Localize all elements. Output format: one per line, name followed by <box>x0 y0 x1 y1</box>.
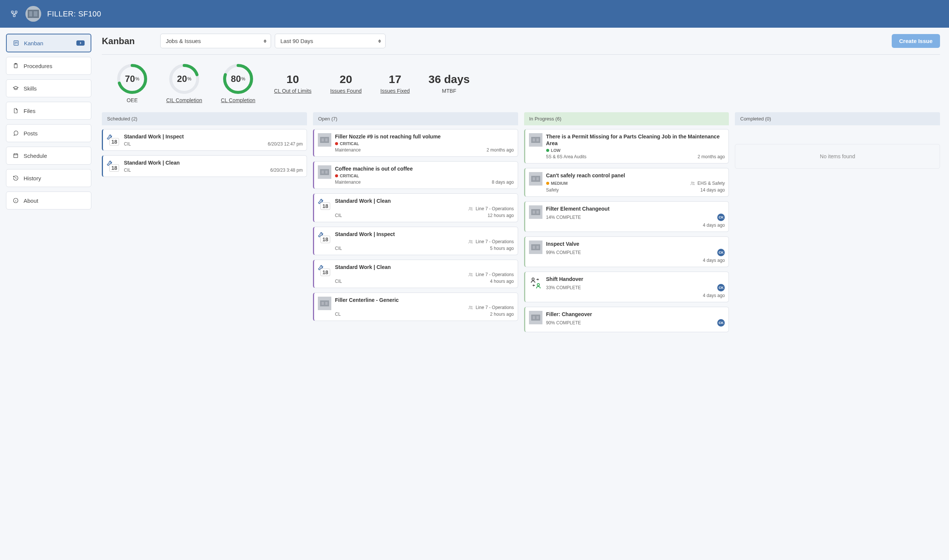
kpi-issues-found[interactable]: 20 Issues Found <box>330 73 362 94</box>
avatar[interactable] <box>25 6 41 22</box>
kpi-label[interactable]: CIL Completion <box>166 97 202 103</box>
svg-rect-25 <box>325 171 327 174</box>
svg-rect-33 <box>320 300 329 306</box>
kanban-card[interactable]: Coffee machine is out of coffee CRITICAL… <box>313 161 518 189</box>
team-icon <box>468 272 473 277</box>
sidebar-item-history[interactable]: History <box>6 169 91 187</box>
kpi-label[interactable]: Issues Found <box>330 88 362 94</box>
svg-rect-44 <box>533 177 535 180</box>
header: FILLER: SF100 <box>0 0 949 28</box>
kanban-card[interactable]: 18 Standard Work | Clean CIL6/20/23 3:48… <box>102 155 307 177</box>
column-header: Open (7) <box>313 112 518 125</box>
kpi-value: 17 <box>380 73 410 86</box>
svg-point-37 <box>471 306 472 308</box>
kanban-card[interactable]: There is a Permit Missing for a Parts Cl… <box>524 129 729 163</box>
card-tag: 5S & 6S Area Audits <box>546 154 586 159</box>
card-team: Line 7 - Operations <box>475 305 514 310</box>
svg-rect-23 <box>320 169 329 175</box>
card-team: Line 7 - Operations <box>475 239 514 244</box>
kpi-label: OEE <box>117 97 148 103</box>
team-icon <box>468 206 473 211</box>
svg-rect-60 <box>533 316 535 319</box>
svg-point-26 <box>469 207 471 208</box>
kanban-card[interactable]: Inspect Valve 99% COMPLETECK 4 days ago <box>524 237 729 267</box>
sidebar-item-skills[interactable]: Skills <box>6 79 91 97</box>
card-tag: CIL <box>335 246 342 251</box>
sidebar-item-label: Skills <box>23 85 37 92</box>
kanban-card[interactable]: 18 Standard Work | Clean Line 7 - Operat… <box>313 194 518 222</box>
sidebar-item-procedures[interactable]: Procedures <box>6 57 91 75</box>
card-progress: 14% COMPLETE <box>546 215 581 220</box>
create-issue-button[interactable]: Create Issue <box>892 34 940 48</box>
team-icon <box>468 305 473 310</box>
assignee-pill: CK <box>717 284 725 291</box>
svg-rect-50 <box>533 211 535 214</box>
kanban-card[interactable]: Filler Nozzle #9 is not reaching full vo… <box>313 129 518 157</box>
clipboard-icon <box>12 63 19 69</box>
card-progress: 33% COMPLETE <box>546 285 581 290</box>
kpi-value: 20 <box>330 73 362 86</box>
kpi-label[interactable]: CL Completion <box>221 97 255 103</box>
sidebar-item-label: Files <box>23 108 35 114</box>
kpi-value: 36 days <box>429 73 470 86</box>
card-title: Standard Work | Inspect <box>124 133 303 140</box>
sidebar-item-posts[interactable]: Posts <box>6 124 91 142</box>
sidebar-item-about[interactable]: About <box>6 192 91 209</box>
svg-rect-53 <box>531 244 540 250</box>
sidebar-item-label: History <box>23 175 41 182</box>
card-thumbnail: 18 <box>318 264 331 277</box>
file-icon <box>12 108 19 114</box>
kpi-cl-out-of-limits[interactable]: 10 CL Out of Limits <box>274 73 312 94</box>
card-time: 8 days ago <box>492 180 514 185</box>
gauge-value: 80 <box>231 74 241 84</box>
kpi-label[interactable]: CL Out of Limits <box>274 88 312 94</box>
svg-rect-41 <box>537 138 539 142</box>
sidebar-item-schedule[interactable]: Schedule <box>6 147 91 165</box>
card-thumbnail <box>318 297 331 310</box>
kpi-oee: 70% OEE <box>117 64 148 103</box>
priority-badge: MEDIUM <box>546 181 568 186</box>
card-title: Filler: Changeover <box>546 311 725 318</box>
kanban-card[interactable]: Shift Handover 33% COMPLETECK 4 days ago <box>524 272 729 302</box>
sidebar-item-label: About <box>23 197 38 204</box>
info-icon <box>12 197 19 204</box>
app-tree-icon[interactable] <box>11 10 18 18</box>
card-thumbnail <box>529 240 542 254</box>
svg-rect-55 <box>537 246 539 249</box>
svg-rect-6 <box>34 11 37 17</box>
sidebar-item-label: Schedule <box>23 152 47 159</box>
svg-rect-10 <box>14 154 18 157</box>
kanban-card[interactable]: 18 Standard Work | Inspect CIL6/20/23 12… <box>102 129 307 151</box>
kpi-label[interactable]: Issues Fixed <box>380 88 410 94</box>
kanban-card[interactable]: Filler Centerline - Generic Line 7 - Ope… <box>313 292 518 321</box>
svg-rect-34 <box>322 302 324 305</box>
kpi-cil-completion[interactable]: 20% CIL Completion <box>166 64 202 103</box>
graduation-icon <box>12 85 19 92</box>
card-title: Coffee machine is out of coffee <box>335 165 514 172</box>
sidebar-item-label: Posts <box>23 130 38 137</box>
card-title: There is a Permit Missing for a Parts Cl… <box>546 133 725 147</box>
kanban-card[interactable]: Filler: Changeover 90% COMPLETECK <box>524 307 729 332</box>
kanban-card[interactable]: Filter Element Changeout 14% COMPLETECK … <box>524 201 729 232</box>
sidebar-item-label: Kanban <box>24 40 43 46</box>
board-title: Kanban <box>102 36 135 46</box>
card-thumbnail: 18 <box>107 159 120 173</box>
kanban-card[interactable]: 18 Standard Work | Inspect Line 7 - Oper… <box>313 227 518 255</box>
filter-type-select[interactable]: Jobs & Issues <box>160 34 271 48</box>
kanban-icon <box>13 40 20 46</box>
svg-rect-40 <box>533 138 535 142</box>
kpi-cl-completion[interactable]: 80% CL Completion <box>221 64 255 103</box>
kanban-card[interactable]: 18 Standard Work | Clean Line 7 - Operat… <box>313 260 518 288</box>
kpi-issues-fixed[interactable]: 17 Issues Fixed <box>380 73 410 94</box>
kpi-mtbf: 36 days MTBF <box>429 73 470 94</box>
card-team: EHS & Safety <box>697 181 725 186</box>
svg-rect-21 <box>325 138 327 142</box>
sidebar-item-files[interactable]: Files <box>6 102 91 120</box>
filter-range-select[interactable]: Last 90 Days <box>275 34 386 48</box>
card-time: 14 days ago <box>701 188 725 193</box>
card-thumbnail: 18 <box>107 133 120 147</box>
card-tag: CIL <box>335 279 342 284</box>
sidebar-item-kanban[interactable]: Kanban <box>6 34 91 52</box>
kanban-card[interactable]: Can't safely reach control panel MEDIUME… <box>524 168 729 196</box>
team-icon <box>690 181 695 186</box>
